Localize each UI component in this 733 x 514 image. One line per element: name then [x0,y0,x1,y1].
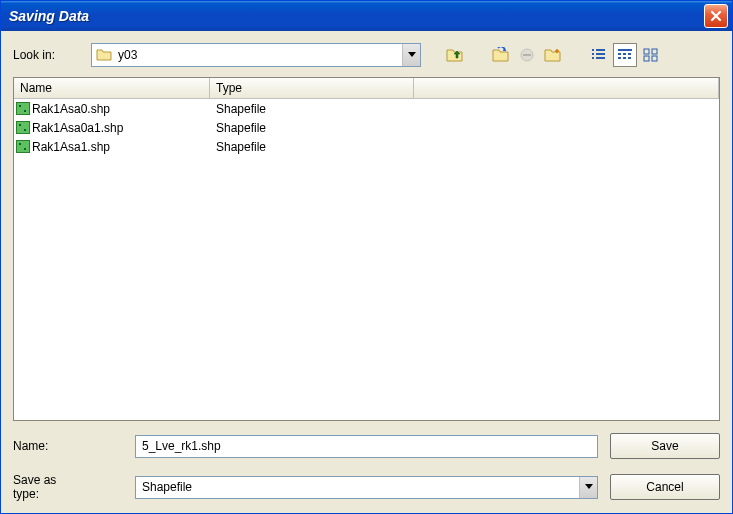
lookin-dropdown[interactable]: y03 [91,43,421,67]
chevron-down-icon [585,484,593,490]
column-header-type[interactable]: Type [210,78,414,98]
svg-rect-13 [628,57,631,59]
save-button[interactable]: Save [610,433,720,459]
save-as-type-value: Shapefile [136,480,579,494]
file-name: Rak1Asa0.shp [32,102,110,116]
thumbnails-view-icon [643,48,659,62]
up-one-level-button[interactable] [443,43,467,67]
svg-rect-11 [618,57,621,59]
svg-rect-12 [623,57,626,59]
svg-rect-17 [652,56,657,61]
lookin-dropdown-arrow[interactable] [402,44,420,66]
svg-rect-2 [596,49,605,51]
svg-rect-3 [592,53,594,55]
save-form: Name: Save Save as type: Shapefile Cance… [13,433,720,501]
file-type-cell: Shapefile [210,140,414,154]
file-name-cell: Rak1Asa0a1.shp [14,121,210,135]
titlebar: Saving Data [1,1,732,31]
svg-rect-5 [592,57,594,59]
save-as-type-dropdown[interactable]: Shapefile [135,476,598,499]
file-list-body[interactable]: Rak1Asa0.shpShapefileRak1Asa0a1.shpShape… [14,99,719,420]
file-name-cell: Rak1Asa0.shp [14,102,210,116]
list-view-button[interactable] [587,43,611,67]
svg-rect-15 [652,49,657,54]
new-folder-button[interactable] [541,43,565,67]
file-list: Name Type Rak1Asa0.shpShapefileRak1Asa0a… [13,77,720,421]
details-view-icon [617,48,633,62]
column-header-blank [414,78,719,98]
new-folder-icon [544,47,562,63]
file-row[interactable]: Rak1Asa0a1.shpShapefile [14,118,719,137]
lookin-toolbar: Look in: y03 [13,43,720,67]
svg-rect-8 [618,53,621,55]
svg-rect-6 [596,57,605,59]
file-type-cell: Shapefile [210,102,414,116]
chevron-down-icon [408,52,416,58]
connect-folder-icon [492,47,510,63]
svg-rect-14 [644,49,649,54]
disconnect-folder-button [515,43,539,67]
file-name: Rak1Asa0a1.shp [32,121,123,135]
svg-rect-16 [644,56,649,61]
svg-rect-4 [596,53,605,55]
folder-icon [96,48,112,62]
close-button[interactable] [704,4,728,28]
details-view-button[interactable] [613,43,637,67]
disconnect-folder-icon [518,47,536,63]
lookin-label: Look in: [13,48,83,62]
saving-data-dialog: Saving Data Look in: y03 [0,0,733,514]
shapefile-icon [16,121,30,134]
connect-folder-button[interactable] [489,43,513,67]
close-icon [710,10,722,22]
file-name-cell: Rak1Asa1.shp [14,140,210,154]
shapefile-icon [16,140,30,153]
file-type-cell: Shapefile [210,121,414,135]
file-row[interactable]: Rak1Asa0.shpShapefile [14,99,719,118]
shapefile-icon [16,102,30,115]
list-view-icon [591,48,607,62]
column-header-name[interactable]: Name [14,78,210,98]
file-list-header: Name Type [14,78,719,99]
save-as-type-arrow[interactable] [579,477,597,498]
lookin-folder-name: y03 [116,48,402,62]
svg-rect-1 [592,49,594,51]
file-row[interactable]: Rak1Asa1.shpShapefile [14,137,719,156]
file-name: Rak1Asa1.shp [32,140,110,154]
cancel-button[interactable]: Cancel [610,474,720,500]
name-label: Name: [13,439,83,453]
svg-rect-9 [623,53,626,55]
svg-rect-10 [628,53,631,55]
filename-input[interactable] [135,435,598,458]
dialog-body: Look in: y03 [1,31,732,513]
window-title: Saving Data [9,8,704,24]
svg-rect-7 [618,49,632,51]
save-as-type-label: Save as type: [13,473,83,501]
up-folder-icon [446,47,464,63]
thumbnails-view-button[interactable] [639,43,663,67]
